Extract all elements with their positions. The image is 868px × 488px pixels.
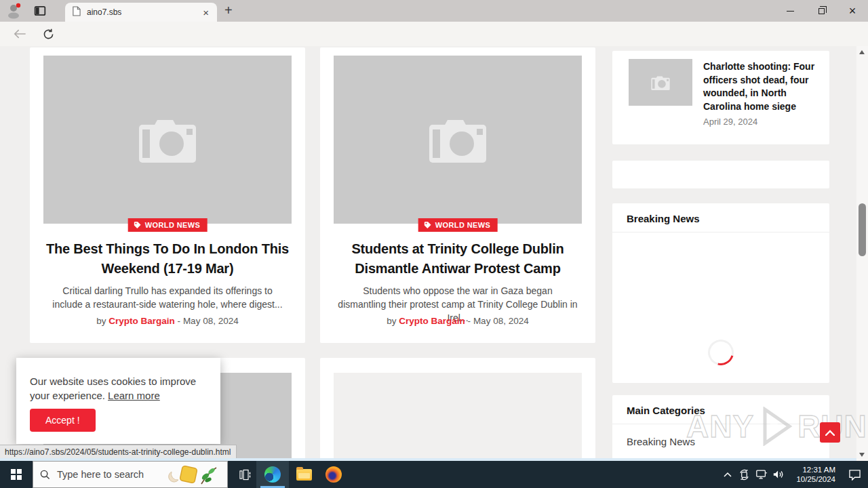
new-tab-button[interactable]: + [224,3,233,18]
scrollbar-thumb[interactable] [859,203,866,256]
scrollbar-down-icon[interactable] [859,453,865,457]
article-card[interactable]: WORLD NEWS The Best Things To Do In Lond… [30,47,305,343]
article-title[interactable]: The Best Things To Do In London This Wee… [42,239,293,279]
chevron-up-icon [825,430,835,436]
article-image-placeholder-loading [334,373,582,461]
tray-sync-icon[interactable] [736,461,753,488]
back-button[interactable] [11,25,28,43]
scroll-to-top-button[interactable] [820,422,840,443]
featured-thumb-placeholder [629,59,692,106]
taskbar-edge-button[interactable] [256,461,289,488]
browser-titlebar: aino7.sbs × + × [0,0,868,22]
close-button[interactable]: × [837,0,868,22]
article-image-placeholder [334,56,582,224]
action-center-button[interactable] [841,461,868,488]
page-favicon-icon [72,6,81,19]
show-hidden-icons-chevron[interactable] [719,461,736,488]
task-view-button[interactable] [233,461,256,488]
minimize-button[interactable] [774,0,806,22]
notification-icon [848,469,861,481]
play-logo-icon [758,407,793,446]
camera-icon [424,113,492,167]
featured-date: April 29, 2024 [703,117,757,127]
author-link[interactable]: Crypto Bargain [399,316,465,326]
sidebar-empty-widget [612,161,829,188]
taskbar-search[interactable]: Type here to search [33,461,228,488]
search-icon [40,470,50,480]
sidebar-featured-card[interactable]: Charlotte shooting: Four officers shot d… [612,51,829,144]
task-view-icon [239,469,251,481]
featured-title[interactable]: Charlotte shooting: Four officers shot d… [703,60,825,113]
article-title[interactable]: Students at Trinity College Dublin Disma… [332,239,583,279]
tag-icon [134,221,142,229]
tag-icon [424,221,432,229]
page-scrollbar[interactable] [856,46,868,461]
tab-close-icon[interactable]: × [201,7,210,18]
camera-icon [649,74,672,92]
windows-logo-icon [11,469,22,480]
clock-date: 10/25/2024 [791,474,835,484]
category-link[interactable]: Breaking News [627,436,695,447]
breaking-news-header: Breaking News [612,203,829,232]
taskbar-file-explorer-button[interactable] [289,461,319,488]
article-date: May 08, 2024 [473,316,529,326]
clock-time: 12:31 AM [791,465,835,474]
network-icon[interactable] [753,461,770,488]
article-image-placeholder [43,56,292,224]
edge-icon [264,466,281,483]
search-placeholder[interactable]: Type here to search [57,469,144,480]
cookie-banner: Our website uses cookies to improve your… [16,358,220,444]
refresh-button[interactable] [39,25,57,43]
profile-avatar-icon[interactable] [5,3,23,19]
article-excerpt: Critical darling Trullo has expanded its… [47,284,288,311]
browser-tab[interactable]: aino7.sbs × [65,3,217,22]
camera-icon [134,113,201,167]
article-byline: by Crypto Bargain - May 08, 2024 [320,316,595,326]
link-status-bar: https://aino7.sbs/2024/05/students-at-tr… [0,445,237,458]
category-badge[interactable]: WORLD NEWS [128,218,208,232]
article-card[interactable]: WORLD NEWS Students at Trinity College D… [320,47,595,343]
volume-icon[interactable] [770,461,787,488]
search-highlight-icon[interactable] [166,465,218,488]
taskbar-clock[interactable]: 12:31 AM 10/25/2024 [791,465,835,484]
learn-more-link[interactable]: Learn more [108,390,160,401]
author-link[interactable]: Crypto Bargain [108,316,175,326]
system-tray: 12:31 AM 10/25/2024 [719,461,868,488]
status-url: https://aino7.sbs/2024/05/students-at-tr… [5,447,231,457]
article-byline: by Crypto Bargain - May 08, 2024 [30,316,305,326]
scrollbar-up-icon[interactable] [859,50,865,54]
restore-button[interactable] [806,0,837,22]
firefox-icon [326,466,342,483]
windows-taskbar: Type here to search [0,461,868,488]
article-card-partial[interactable] [320,358,595,461]
file-explorer-icon [296,469,312,481]
accept-cookies-button[interactable]: Accept ! [30,409,96,432]
category-badge[interactable]: WORLD NEWS [418,218,498,232]
start-button[interactable] [0,461,33,488]
taskbar-firefox-button[interactable] [319,461,349,488]
browser-toolbar: https://aino7.sbs A ☆ ☆≡ … [0,22,868,46]
workspaces-icon[interactable] [34,5,46,20]
window-controls: × [774,0,868,22]
tab-title: aino7.sbs [87,7,201,17]
article-date: May 08, 2024 [183,316,239,326]
